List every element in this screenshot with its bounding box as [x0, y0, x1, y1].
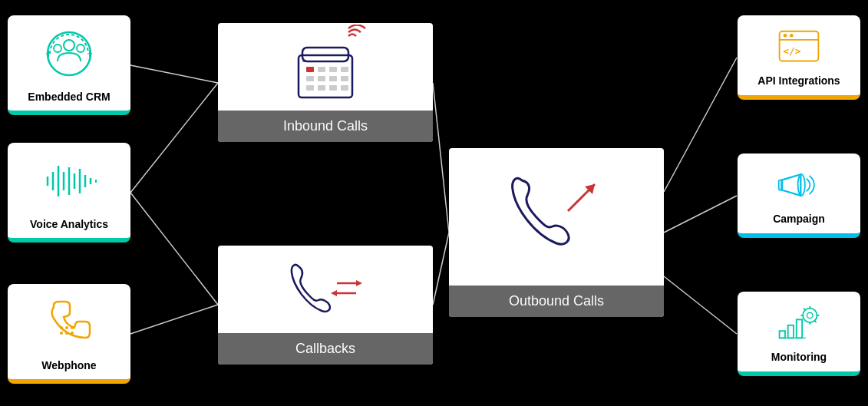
svg-rect-36 — [318, 67, 325, 72]
svg-rect-40 — [318, 76, 325, 81]
voice-analytics-box: Voice Analytics — [8, 143, 130, 243]
svg-point-64 — [807, 312, 813, 318]
svg-line-0 — [130, 65, 218, 83]
svg-line-69 — [804, 308, 806, 310]
svg-rect-45 — [329, 85, 337, 91]
svg-point-28 — [71, 326, 74, 329]
svg-point-27 — [65, 326, 68, 329]
campaign-icon — [776, 162, 822, 208]
svg-rect-39 — [306, 76, 314, 81]
callbacks-box: Callbacks — [218, 246, 433, 365]
svg-line-5 — [433, 233, 449, 305]
svg-rect-37 — [329, 67, 337, 72]
outbound-calls-box: Outbound Calls — [449, 148, 664, 317]
svg-rect-62 — [797, 319, 802, 338]
svg-marker-50 — [331, 290, 337, 296]
campaign-label: Campaign — [773, 213, 825, 225]
webphone-box: Webphone — [8, 284, 130, 384]
svg-rect-58 — [779, 180, 783, 190]
svg-point-10 — [64, 40, 74, 51]
svg-point-12 — [77, 45, 84, 52]
svg-point-26 — [60, 326, 63, 329]
svg-rect-61 — [788, 325, 794, 338]
svg-line-8 — [664, 276, 737, 334]
svg-line-4 — [433, 83, 449, 233]
svg-rect-60 — [780, 331, 785, 338]
svg-line-1 — [130, 83, 218, 193]
svg-point-56 — [790, 33, 794, 37]
svg-point-11 — [54, 45, 61, 52]
crm-label: Embedded CRM — [28, 91, 110, 103]
inbound-icon — [276, 23, 375, 111]
embedded-crm-box: Embedded CRM — [8, 15, 130, 115]
callbacks-label: Callbacks — [218, 333, 433, 365]
svg-point-29 — [60, 332, 63, 335]
webphone-label: Webphone — [41, 359, 96, 371]
svg-rect-41 — [329, 76, 337, 81]
api-integrations-box: </> API Integrations — [738, 15, 860, 100]
campaign-box: Campaign — [738, 153, 860, 238]
svg-line-70 — [814, 320, 817, 322]
svg-text:</>: </> — [783, 45, 801, 57]
outbound-label: Outbound Calls — [449, 286, 664, 317]
svg-line-7 — [664, 196, 737, 233]
svg-rect-43 — [306, 85, 314, 91]
svg-rect-42 — [341, 76, 348, 81]
diagram-container: Embedded CRM Voice Analytics — [0, 0, 868, 406]
monitoring-box: Monitoring — [738, 292, 860, 376]
voice-icon — [38, 150, 100, 212]
inbound-label: Inbound Calls — [218, 111, 433, 142]
callbacks-icon — [279, 246, 371, 333]
svg-rect-35 — [306, 67, 314, 72]
svg-marker-48 — [356, 280, 362, 286]
svg-rect-44 — [318, 85, 325, 91]
monitoring-icon — [776, 300, 822, 346]
api-icon: </> — [776, 24, 822, 70]
svg-rect-46 — [341, 85, 348, 91]
api-label: API Integrations — [757, 74, 840, 87]
voice-label: Voice Analytics — [30, 218, 108, 230]
svg-line-3 — [130, 305, 218, 334]
svg-point-30 — [65, 332, 68, 335]
monitoring-label: Monitoring — [771, 351, 827, 363]
webphone-icon — [38, 292, 100, 353]
svg-point-31 — [71, 332, 74, 335]
svg-line-6 — [664, 58, 737, 192]
inbound-calls-box: Inbound Calls — [218, 23, 433, 142]
svg-point-55 — [784, 33, 787, 37]
outbound-icon — [499, 148, 614, 286]
svg-rect-38 — [341, 67, 348, 72]
crm-icon — [38, 23, 100, 84]
svg-line-2 — [130, 193, 218, 305]
